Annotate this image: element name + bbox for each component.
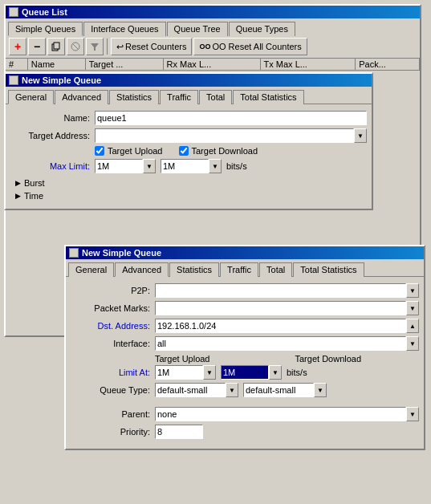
disable-button[interactable] [67,38,84,55]
nsq2-priority-label: Priority: [71,427,155,437]
nsq1-burst-label: Burst [24,178,45,188]
nsq1-download-checkbox[interactable] [179,146,189,156]
nsq2-interface-dropdown[interactable]: ▼ [406,336,419,351]
nsq1-tab-traffic[interactable]: Traffic [160,90,198,104]
nsq1-burst-row[interactable]: ▶ Burst [10,177,367,189]
nsq1-tab-total-statistics[interactable]: Total Statistics [233,90,303,104]
reset-counters-button[interactable]: ↩ Reset Counters [111,38,192,55]
nsq2-upload-queue-type-group: ▼ [155,383,238,397]
nsq1-time-label: Time [24,191,43,201]
tab-queue-types[interactable]: Queue Types [229,22,295,36]
nsq2-p2p-dropdown[interactable]: ▼ [406,283,419,298]
nsq1-download-limit-group: ▼ [161,159,222,173]
nsq1-target-address-dropdown[interactable]: ▼ [354,128,367,143]
nsq2-interface-group: ▼ [155,336,419,351]
nsq2-download-header: Target Download [295,354,420,364]
nsq1-bits-per-sec: bits/s [226,161,247,171]
nsq2-tab-advanced[interactable]: Advanced [115,262,169,277]
nsq1-max-limit-label: Max Limit: [10,161,95,171]
nsq2-upload-queue-type-input[interactable] [155,383,226,397]
nsq2-p2p-input[interactable] [155,283,406,298]
nsq2-download-limit-at-input[interactable] [221,365,269,380]
nsq1-title: New Simple Queue [22,75,101,85]
nsq2-priority-row: Priority: [71,425,419,439]
nsq2-queue-type-group: ▼ ▼ [155,383,327,397]
nsq2-title-bar: New Simple Queue [66,246,424,259]
queue-list-title-bar: Queue List [6,6,420,18]
nsq2-download-queue-type-dropdown[interactable]: ▼ [314,383,327,397]
queue-list-toolbar: + − ↩ Reset Counters OO OO Reset All Cou… [6,35,420,59]
nsq1-tab-advanced[interactable]: Advanced [55,90,108,104]
nsq1-tab-general[interactable]: General [8,90,54,104]
nsq2-tab-general[interactable]: General [68,262,114,277]
nsq2-upload-header-text: Target Upload [155,354,210,364]
tab-simple-queues[interactable]: Simple Queues [8,22,83,36]
nsq2-p2p-group: ▼ [155,283,419,298]
nsq1-target-address-row: Target Address: ▼ [10,128,367,143]
nsq2-interface-label: Interface: [71,339,155,348]
nsq2-col-headers: Target Upload Target Download [71,354,419,364]
nsq1-upload-checkbox[interactable] [95,146,104,156]
nsq1-upload-limit-dropdown[interactable]: ▼ [143,159,156,173]
nsq1-download-limit-dropdown[interactable]: ▼ [209,159,222,173]
nsq1-max-limit-row: Max Limit: ▼ ▼ bits/s [10,159,367,173]
nsq2-upload-queue-type-dropdown[interactable]: ▼ [226,383,238,397]
nsq2-interface-input[interactable] [155,336,406,351]
nsq2-download-limit-at-group: ▼ [221,365,282,380]
nsq2-dst-address-dropdown[interactable]: ▲ [406,319,419,333]
nsq1-content: Name: Target Address: ▼ Target Upload Ta… [6,104,372,209]
nsq2-upload-limit-at-group: ▼ [155,365,216,380]
nsq2-queue-type-row: Queue Type: ▼ ▼ [71,383,419,397]
nsq1-tab-total[interactable]: Total [199,90,232,104]
nsq1-upload-limit-input[interactable] [95,159,143,173]
nsq2-packet-marks-dropdown[interactable]: ▼ [406,301,419,315]
reset-counters-label: Reset Counters [125,42,186,51]
nsq1-burst-arrow: ▶ [15,179,21,187]
nsq2-parent-dropdown[interactable]: ▼ [406,407,419,421]
nsq2-priority-input[interactable] [155,425,203,439]
nsq1-tab-statistics[interactable]: Statistics [109,90,159,104]
tab-interface-queues[interactable]: Interface Queues [83,22,165,36]
nsq2-dst-address-input[interactable] [155,319,406,333]
nsq2-download-limit-at-dropdown[interactable]: ▼ [269,365,282,380]
nsq2-limit-at-group: ▼ ▼ bits/s [155,365,307,380]
nsq1-limit-input-group: ▼ ▼ bits/s [95,159,247,173]
nsq1-download-limit-input[interactable] [161,159,209,173]
nsq1-time-row[interactable]: ▶ Time [10,189,367,202]
reset-all-counters-button[interactable]: OO OO Reset All Counters [193,38,307,55]
col-name: Name [27,59,85,71]
nsq2-download-queue-type-input[interactable] [243,383,314,397]
nsq2-packet-marks-label: Packet Marks: [71,303,155,313]
nsq1-name-input[interactable] [95,111,367,125]
nsq2-tab-statistics[interactable]: Statistics [169,262,219,277]
nsq2-dst-address-row: Dst. Address: ▲ [71,319,419,333]
nsq2-download-queue-type-group: ▼ [243,383,327,397]
nsq1-time-arrow: ▶ [15,192,21,200]
queue-list-title: Queue List [22,7,67,17]
remove-button[interactable]: − [28,38,46,55]
tab-queue-tree[interactable]: Queue Tree [167,22,228,36]
copy-button[interactable] [47,38,65,55]
col-pack: Pack... [356,59,420,71]
svg-line-3 [72,43,79,50]
nsq2-upload-limit-at-dropdown[interactable]: ▼ [203,365,216,380]
nsq2-upload-limit-at-input[interactable] [155,365,203,380]
nsq1-icon [9,75,18,85]
reset-icon: ↩ [116,42,124,52]
nsq2-p2p-label: P2P: [71,286,155,295]
nsq2-parent-input[interactable] [155,407,406,421]
nsq2-parent-row: Parent: ▼ [71,407,419,421]
nsq2-tab-total-statistics[interactable]: Total Statistics [293,262,364,277]
filter-button[interactable] [86,38,104,55]
nsq1-target-address-input[interactable] [95,128,354,143]
nsq2-title: New Simple Queue [82,248,161,258]
nsq2-tab-total[interactable]: Total [259,262,292,277]
nsq2-tab-traffic[interactable]: Traffic [220,262,258,277]
nsq2-packet-marks-input[interactable] [155,301,406,315]
add-button[interactable]: + [9,38,26,55]
col-tx-max: Tx Max L... [260,59,356,71]
nsq-window-1: New Simple Queue General Advanced Statis… [4,72,373,210]
nsq2-download-header-text: Target Download [295,354,362,364]
nsq2-parent-group: ▼ [155,407,419,421]
col-target: Target ... [85,59,163,71]
